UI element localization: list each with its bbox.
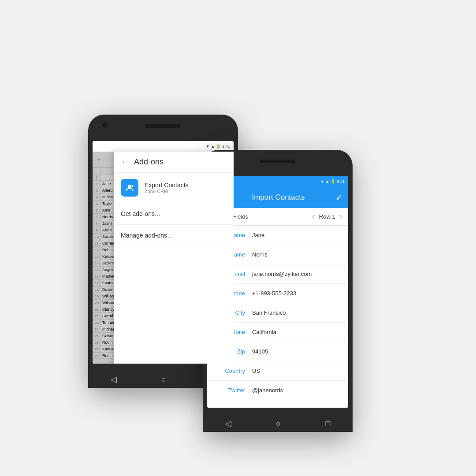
field-value: California: [252, 329, 343, 335]
prev-row-btn[interactable]: <: [311, 213, 315, 221]
addons-header: ← Add-ons: [114, 152, 234, 173]
field-label: Twitter: [212, 387, 252, 394]
field-value: San Fransico: [252, 309, 343, 316]
field-row: CountryUS: [207, 361, 348, 381]
addon-name: Export Contacts: [145, 182, 189, 189]
row-label: Row 1: [319, 213, 335, 220]
field-value: +1-893-555-2233: [252, 290, 343, 297]
addon-icon: [121, 179, 138, 197]
phone-right-nav: ◁ ○ □: [203, 415, 353, 432]
signal-icon: ▲: [211, 144, 215, 149]
phone-left: ▼ ▲ 🔋 9:41 ← A B C: [88, 115, 238, 388]
nav-home-right[interactable]: ○: [276, 419, 281, 428]
field-label: Skype ID: [212, 406, 252, 408]
addons-overlay: ← Add-ons Expor: [93, 152, 234, 364]
status-icons-right: ▼ ▲ 🔋 9:41: [320, 179, 345, 184]
scene: ▼ ▲ 🔋 9:41 ← A B C: [62, 62, 414, 414]
time-left: 9:41: [222, 144, 230, 149]
field-row: Twitter@janenorris: [207, 381, 348, 400]
signal-icon-right: ▲: [326, 179, 330, 184]
field-value: jane.norris@zylker.com: [252, 271, 343, 277]
next-row-btn[interactable]: >: [339, 213, 343, 221]
nav-back-right[interactable]: ◁: [225, 419, 231, 428]
nav-back-left[interactable]: ◁: [111, 375, 117, 384]
status-bar-left: ▼ ▲ 🔋 9:41: [93, 141, 234, 152]
wifi-icon-right: ▼: [320, 179, 324, 184]
import-title: Import Contacts: [252, 193, 305, 202]
import-check-icon[interactable]: ✓: [335, 192, 343, 203]
field-row: Skype ID@connectjane: [207, 400, 348, 408]
addon-subtitle: Zoho CRM: [145, 189, 189, 194]
field-value: @connectjane: [252, 406, 343, 408]
battery-icon-right: 🔋: [331, 179, 335, 184]
wifi-icon: ▼: [206, 144, 210, 149]
addons-back-arrow[interactable]: ←: [121, 157, 129, 167]
battery-icon: 🔋: [216, 144, 221, 149]
field-value: Jane: [252, 232, 343, 238]
manage-addons-item[interactable]: Manage add-ons…: [114, 225, 234, 246]
addons-title: Add-ons: [134, 157, 164, 167]
phone-left-speaker: [145, 124, 181, 128]
addon-details: Export Contacts Zoho CRM: [145, 182, 189, 194]
phone-right-speaker: [260, 160, 295, 163]
svg-point-0: [128, 185, 131, 188]
addon-export-contacts[interactable]: Export Contacts Zoho CRM: [114, 173, 234, 203]
row-nav: < Row 1 >: [311, 213, 343, 221]
field-value: US: [252, 368, 343, 374]
phone-left-screen: ▼ ▲ 🔋 9:41 ← A B C: [93, 141, 234, 364]
field-value: Norris: [252, 251, 343, 258]
field-value: 94105: [252, 348, 343, 355]
field-value: @janenorris: [252, 387, 343, 394]
field-label: Country: [212, 368, 252, 374]
status-icons-left: ▼ ▲ 🔋 9:41: [206, 144, 230, 149]
nav-recent-right[interactable]: □: [325, 419, 330, 428]
get-addons-item[interactable]: Get add-ons…: [114, 203, 234, 225]
addons-panel: ← Add-ons Expor: [114, 152, 234, 364]
phone-left-camera: [102, 123, 108, 128]
time-right: 9:41: [337, 179, 345, 184]
nav-home-left[interactable]: ○: [161, 375, 166, 384]
